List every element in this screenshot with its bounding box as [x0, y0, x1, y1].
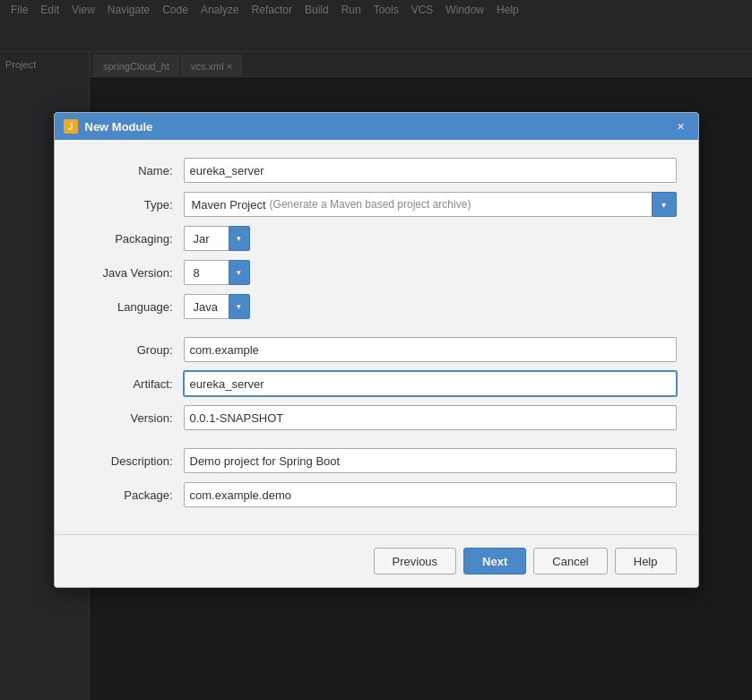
artifact-row: Artifact: — [76, 371, 677, 396]
name-input[interactable] — [184, 158, 677, 183]
name-label: Name: — [76, 164, 184, 177]
dialog-titlebar: J New Module × — [55, 113, 698, 140]
packaging-value: Jar — [184, 226, 229, 251]
java-version-select-wrap: 8 — [184, 260, 677, 285]
dialog-title: New Module — [85, 120, 666, 134]
dialog-icon: J — [64, 119, 78, 134]
version-row: Version: — [76, 405, 677, 430]
name-input-wrap — [184, 158, 677, 183]
type-label: Type: — [76, 198, 184, 212]
java-version-value: 8 — [184, 260, 229, 285]
version-input-wrap — [184, 405, 677, 430]
language-chevron-icon — [237, 302, 241, 311]
packaging-chevron-icon — [237, 234, 241, 243]
java-version-dropdown-button[interactable] — [229, 260, 250, 285]
language-select-wrap: Java — [184, 294, 677, 319]
package-input-wrap — [184, 482, 677, 507]
language-row: Language: Java — [76, 294, 677, 319]
group-input[interactable] — [184, 337, 677, 362]
help-button[interactable]: Help — [615, 548, 677, 575]
java-version-label: Java Version: — [76, 266, 184, 280]
packaging-label: Packaging: — [76, 232, 184, 246]
java-version-row: Java Version: 8 — [76, 260, 677, 285]
name-row: Name: — [76, 158, 677, 183]
package-row: Package: — [76, 482, 677, 507]
group-label: Group: — [76, 343, 184, 357]
new-module-dialog: J New Module × Name: Type: Maven Pro — [54, 112, 699, 588]
packaging-dropdown-button[interactable] — [229, 226, 250, 251]
type-chevron-icon — [661, 200, 666, 210]
artifact-input-wrap — [184, 371, 677, 396]
type-select-wrap: Maven Project (Generate a Maven based pr… — [184, 192, 677, 217]
type-dropdown-button[interactable] — [652, 192, 677, 217]
dialog-close-button[interactable]: × — [673, 118, 689, 134]
packaging-select-wrap: Jar — [184, 226, 677, 251]
type-hint: (Generate a Maven based project archive) — [270, 198, 471, 211]
type-select-text: Maven Project (Generate a Maven based pr… — [184, 192, 652, 217]
previous-button[interactable]: Previous — [374, 548, 457, 575]
group-row: Group: — [76, 337, 677, 362]
dialog-footer: Previous Next Cancel Help — [55, 534, 698, 587]
java-version-chevron-icon — [237, 268, 241, 277]
package-input[interactable] — [184, 482, 677, 507]
description-input-wrap — [184, 448, 677, 473]
language-dropdown-button[interactable] — [229, 294, 250, 319]
version-label: Version: — [76, 411, 184, 425]
description-label: Description: — [76, 454, 184, 468]
packaging-row: Packaging: Jar — [76, 226, 677, 251]
language-label: Language: — [76, 300, 184, 314]
artifact-label: Artifact: — [76, 377, 184, 391]
dialog-body: Name: Type: Maven Project (Generate a Ma… — [55, 140, 698, 534]
description-input[interactable] — [184, 448, 677, 473]
next-button[interactable]: Next — [463, 548, 526, 575]
dialog-overlay: J New Module × Name: Type: Maven Pro — [0, 0, 752, 700]
artifact-input[interactable] — [184, 371, 677, 396]
version-input[interactable] — [184, 405, 677, 430]
package-label: Package: — [76, 488, 184, 502]
language-value: Java — [184, 294, 229, 319]
description-row: Description: — [76, 448, 677, 473]
cancel-button[interactable]: Cancel — [533, 548, 607, 575]
group-input-wrap — [184, 337, 677, 362]
type-row: Type: Maven Project (Generate a Maven ba… — [76, 192, 677, 217]
